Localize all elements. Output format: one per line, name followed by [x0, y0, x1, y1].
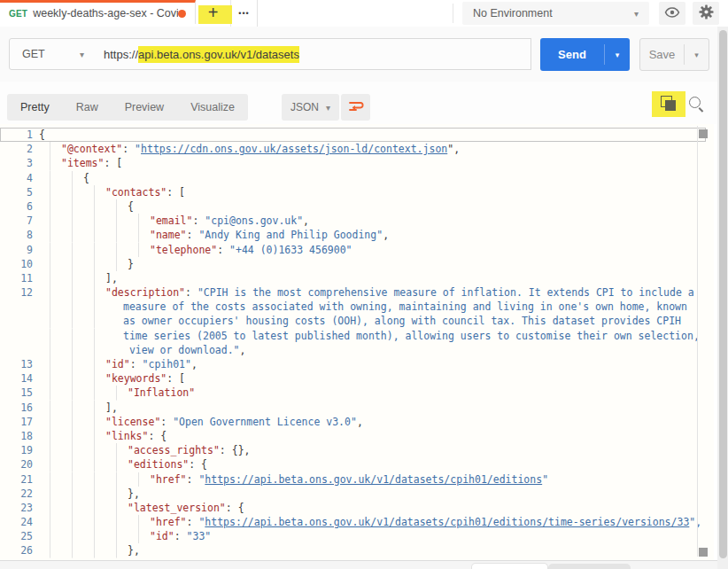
send-label: Send — [540, 48, 604, 61]
json-token: "license" — [105, 416, 160, 428]
indent-guide — [61, 314, 83, 328]
line-number: 24 — [0, 515, 33, 529]
json-token: ", — [689, 516, 701, 528]
save-options-chevron-icon[interactable]: ▾ — [685, 51, 709, 59]
code-line-text: "email": "cpi@ons.gov.uk", — [39, 214, 309, 228]
indent-guide — [105, 543, 128, 557]
indent-guide — [105, 515, 128, 529]
code-line-text: { — [39, 128, 45, 142]
json-token: "keywords" — [105, 372, 167, 385]
indent-guide — [83, 285, 105, 300]
indent-guide — [61, 171, 83, 185]
json-token: "Andy King and Philip Gooding" — [198, 229, 383, 241]
indent-guide — [105, 529, 128, 543]
gear-icon — [699, 4, 714, 22]
indent-guide — [83, 257, 105, 271]
line-number: 17 — [0, 415, 33, 429]
indent-guide — [83, 429, 105, 443]
send-options-chevron-icon[interactable]: ▾ — [605, 51, 630, 59]
format-dropdown[interactable]: JSON ▾ — [282, 94, 339, 121]
save-button[interactable]: Save ▾ — [639, 38, 709, 71]
indent-guide — [83, 343, 105, 357]
json-token: "cpih01" — [143, 358, 191, 370]
window-scrollbar[interactable] — [717, 27, 728, 569]
indent-guide — [39, 543, 61, 557]
request-tab[interactable]: GET weekly-deaths-age-sex - Covid ... — [0, 0, 196, 24]
send-button[interactable]: Send ▾ — [540, 38, 630, 71]
json-token: "name" — [150, 229, 187, 241]
json-token: "access_rights" — [128, 444, 220, 456]
json-token: measure of the costs associated with own… — [123, 300, 687, 313]
save-label: Save — [640, 48, 684, 61]
code-line: 24"href": "https://api.beta.ons.gov.uk/v… — [0, 515, 706, 529]
code-line-text: "latest_version": { — [39, 501, 244, 515]
environment-quick-look-button[interactable] — [659, 2, 685, 25]
code-line-text: "contacts": [ — [39, 185, 185, 199]
indent-guide — [39, 171, 61, 185]
indent-guide — [39, 199, 61, 214]
indent-guide — [83, 357, 105, 371]
indent-guide — [83, 515, 105, 529]
unsaved-indicator-dot — [178, 10, 186, 18]
copy-response-button[interactable] — [659, 95, 680, 114]
indent-guide — [61, 386, 83, 400]
indent-guide — [39, 529, 61, 543]
json-token: "items" — [61, 157, 104, 169]
code-line: 23"latest_version": { — [0, 501, 706, 515]
method-dropdown[interactable]: GET ▾ — [9, 38, 94, 70]
code-line-text: "access_rights": {}, — [39, 443, 250, 457]
ellipsis-icon: ••• — [238, 9, 249, 18]
url-protocol: https:// — [104, 48, 138, 61]
indent-guide — [61, 401, 83, 415]
indent-guide — [83, 329, 105, 343]
code-line-text: view or download.", — [39, 343, 246, 357]
code-line-text: "editions": { — [39, 457, 207, 472]
environment-selector[interactable]: No Environment ▾ — [462, 2, 649, 25]
indent-guide — [83, 271, 105, 285]
wrap-lines-button[interactable] — [341, 94, 370, 121]
json-token: : { — [148, 430, 167, 442]
indent-guide — [83, 415, 105, 429]
tab-preview[interactable]: Preview — [112, 94, 177, 121]
code-line-text: }, — [39, 543, 140, 557]
indent-guide — [83, 543, 105, 557]
tab-raw[interactable]: Raw — [63, 94, 112, 121]
environment-label: No Environment — [473, 7, 634, 19]
indent-guide — [39, 443, 61, 457]
json-link[interactable]: https://cdn.ons.gov.uk/assets/json-ld/co… — [141, 143, 447, 155]
indent-guide — [83, 185, 105, 199]
indent-guide — [61, 472, 83, 487]
settings-button[interactable] — [693, 2, 719, 25]
indent-guide — [39, 156, 61, 170]
code-line: 9"telephone": "+44 (0)1633 456900" — [0, 243, 706, 257]
indent-guide — [83, 386, 105, 400]
editor-scrollbar-thumb-top[interactable] — [699, 129, 708, 138]
tab-pretty[interactable]: Pretty — [7, 94, 63, 121]
window-scrollbar-thumb[interactable] — [719, 30, 727, 558]
line-number: 21 — [0, 472, 33, 487]
wrap-lines-icon — [348, 100, 364, 115]
code-line-text: } — [39, 257, 134, 271]
indent-guide — [61, 271, 83, 285]
indent-guide — [61, 343, 83, 357]
json-token: : — [160, 416, 173, 428]
json-token: }, — [128, 487, 140, 500]
tab-visualize[interactable]: Visualize — [177, 94, 248, 121]
indent-guide — [61, 214, 83, 228]
tab-options-button[interactable]: ••• — [231, 0, 258, 27]
editor-scrollbar-thumb-bottom[interactable] — [699, 548, 708, 557]
json-link[interactable]: https://api.beta.ons.gov.uk/v1/datasets/… — [205, 473, 542, 486]
indent-guide — [61, 515, 83, 529]
line-number: 23 — [0, 501, 33, 515]
json-link[interactable]: https://api.beta.ons.gov.uk/v1/datasets/… — [205, 516, 689, 528]
search-response-button[interactable] — [687, 95, 707, 114]
line-number: 3 — [0, 156, 33, 170]
indent-guide — [105, 243, 128, 257]
json-token: : — [217, 244, 229, 256]
url-input[interactable]: https://api.beta.ons.gov.uk/v1/datasets — [93, 38, 531, 70]
indent-guide — [61, 228, 83, 242]
code-line: 19"access_rights": {}, — [0, 443, 706, 457]
response-body-editor[interactable]: 1{2"@context": "https://cdn.ons.gov.uk/a… — [0, 124, 714, 561]
code-line: 25"id": "33" — [0, 529, 706, 543]
eye-icon — [664, 6, 680, 21]
